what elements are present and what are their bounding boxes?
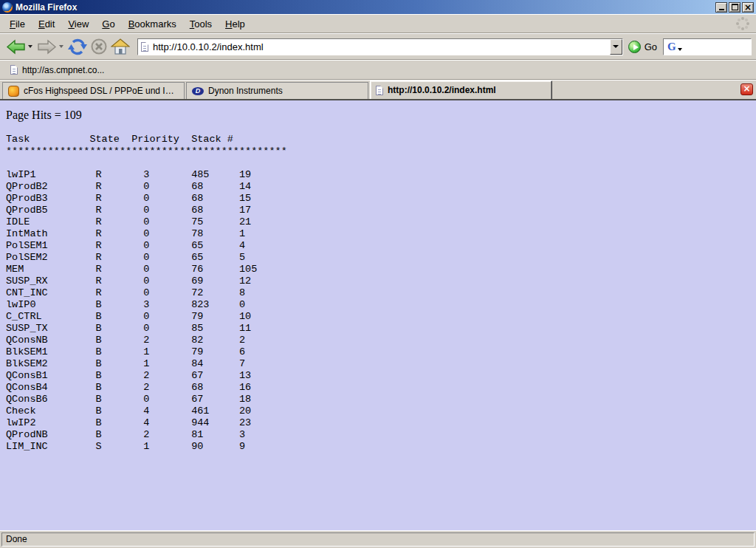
restore-icon	[732, 4, 738, 10]
menu-help[interactable]: Help	[219, 16, 252, 32]
window-title: Mozilla Firefox	[16, 2, 715, 13]
menu-bookmarks[interactable]: Bookmarks	[122, 16, 183, 32]
bookmark-label: http://as.cmpnet.co...	[22, 65, 104, 75]
tab-label: Dynon Instruments	[208, 86, 283, 96]
tab-label: http://10.0.10.2/index.html	[388, 85, 496, 95]
back-dropdown-caret[interactable]	[28, 45, 32, 48]
task-table: Task State Priority Stack # ************…	[6, 134, 756, 453]
restore-button[interactable]	[729, 2, 740, 13]
menu-bar: FileEditViewGoBookmarksToolsHelp	[0, 14, 756, 33]
page-icon	[141, 42, 148, 52]
menu-file[interactable]: File	[3, 16, 32, 32]
home-icon	[111, 38, 130, 55]
reload-button[interactable]	[66, 35, 89, 58]
tab[interactable]: DDynon Instruments	[186, 82, 368, 99]
menu-edit[interactable]: Edit	[32, 16, 61, 32]
bookmark-item[interactable]: http://as.cmpnet.co...	[6, 64, 109, 77]
go-button[interactable]: Go	[628, 41, 657, 53]
menu-go[interactable]: Go	[95, 16, 121, 32]
search-engine-caret[interactable]	[678, 48, 682, 51]
go-icon	[628, 41, 641, 53]
tab-label: cFos Highspeed DSL / PPPoE und ISDN CAP.…	[24, 86, 179, 96]
forward-icon	[37, 38, 57, 55]
bookmarks-toolbar: http://as.cmpnet.co...	[0, 60, 756, 80]
title-bar: Mozilla Firefox ×	[0, 0, 756, 14]
menu-tools[interactable]: Tools	[183, 16, 219, 32]
minimize-button[interactable]	[715, 2, 727, 13]
tab[interactable]: cFos Highspeed DSL / PPPoE und ISDN CAP.…	[2, 82, 185, 99]
url-input[interactable]	[148, 41, 610, 52]
close-tab-button[interactable]: ×	[740, 83, 753, 95]
forward-dropdown-caret[interactable]	[59, 45, 63, 48]
stop-button[interactable]	[89, 35, 109, 58]
stop-icon	[90, 38, 108, 55]
url-bar[interactable]	[137, 38, 623, 55]
tab-strip: cFos Highspeed DSL / PPPoE und ISDN CAP.…	[0, 80, 756, 100]
forward-button[interactable]	[35, 35, 58, 58]
tab-active[interactable]: http://10.0.10.2/index.html	[370, 81, 552, 99]
chevron-down-icon	[613, 45, 619, 48]
google-icon: G	[667, 41, 676, 52]
back-button[interactable]	[4, 35, 27, 58]
throbber-icon	[735, 16, 750, 31]
menu-view[interactable]: View	[61, 16, 95, 32]
status-text: Done	[1, 532, 755, 547]
firefox-icon	[2, 2, 13, 13]
status-bar: Done	[0, 530, 756, 548]
page-icon	[376, 86, 383, 95]
home-button[interactable]	[109, 35, 131, 58]
go-label: Go	[645, 41, 657, 52]
page-icon	[10, 65, 18, 75]
dynon-icon: D	[192, 87, 204, 95]
reload-icon	[68, 38, 87, 56]
close-icon: ×	[744, 4, 752, 11]
page-content: Page Hits = 109 Task State Priority Stac…	[0, 100, 756, 530]
navigation-toolbar: Go G	[0, 33, 756, 60]
page-hits-counter: Page Hits = 109	[0, 100, 756, 122]
back-icon	[6, 38, 26, 55]
search-input[interactable]: G	[663, 38, 752, 55]
url-dropdown-button[interactable]	[610, 39, 622, 55]
cfos-icon	[8, 86, 19, 97]
minimize-icon	[719, 9, 724, 10]
close-button[interactable]: ×	[742, 2, 754, 13]
